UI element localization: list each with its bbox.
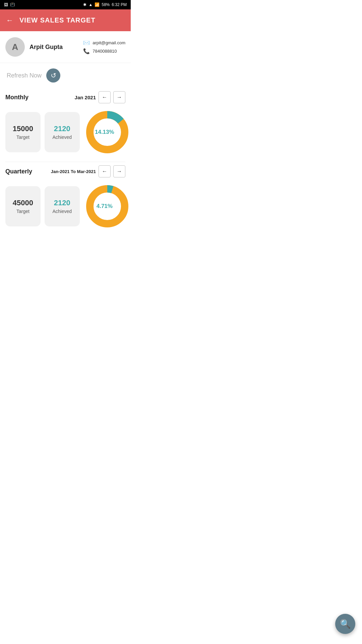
monthly-achieved-value: 2120 (54, 124, 70, 133)
quarterly-percent-label: 4.71% (97, 203, 113, 210)
quarterly-period: Jan-2021 To Mar-2021 (51, 169, 96, 174)
refresh-button[interactable]: ↻ (46, 68, 60, 83)
photo-icon: 🖼 (4, 2, 8, 7)
monthly-donut-chart: 14.13% (84, 109, 125, 156)
phone-row: 📞 7840088810 (83, 48, 125, 54)
page-header: ← VIEW SALES TARGET (0, 9, 131, 31)
status-right: ✱ ▲ 📶 58% 6:32 PM (83, 2, 127, 7)
notification-icon: 📳 (10, 2, 15, 7)
user-info-section: A Arpit Gupta ✉️ arpit@gmail.com 📞 78400… (0, 31, 131, 63)
monthly-period-nav: Jan 2021 ← → (75, 91, 125, 103)
quarterly-title: Quarterly (5, 168, 32, 175)
quarterly-target-label: Target (16, 209, 29, 214)
email-row: ✉️ arpit@gmail.com (83, 40, 125, 46)
quarterly-target-card: 45000 Target (5, 186, 41, 226)
refresh-label: Refresh Now (7, 72, 42, 79)
quarterly-achieved-label: Achieved (52, 209, 72, 214)
quarterly-stats-row: 45000 Target 2120 Achieved 4.71% (0, 179, 131, 236)
wifi-icon: ▲ (88, 2, 93, 7)
user-name: Arpit Gupta (29, 44, 63, 51)
monthly-period: Jan 2021 (75, 95, 96, 100)
refresh-section: Refresh Now ↻ (0, 63, 131, 88)
monthly-achieved-label: Achieved (52, 135, 72, 140)
monthly-achieved-card: 2120 Achieved (45, 112, 80, 152)
status-left: 🖼 📳 (4, 2, 15, 7)
status-bar: 🖼 📳 ✱ ▲ 📶 58% 6:32 PM (0, 0, 131, 9)
back-button[interactable]: ← (6, 16, 13, 25)
monthly-section-header: Monthly Jan 2021 ← → (0, 88, 131, 105)
clock: 6:32 PM (112, 2, 127, 7)
monthly-stats-row: 15000 Target 2120 Achieved 14.13% (0, 105, 131, 162)
user-contact: ✉️ arpit@gmail.com 📞 7840088810 (83, 40, 125, 54)
refresh-icon: ↻ (51, 71, 56, 79)
monthly-prev-button[interactable]: ← (99, 91, 111, 103)
battery-level: 58% (102, 2, 110, 7)
monthly-next-button[interactable]: → (113, 91, 125, 103)
quarterly-achieved-value: 2120 (54, 199, 70, 207)
avatar: A (5, 37, 25, 57)
phone-icon: 📞 (83, 48, 90, 54)
page-title: VIEW SALES TARGET (19, 16, 96, 24)
monthly-percent-label: 14.13% (95, 129, 114, 136)
quarterly-prev-button[interactable]: ← (99, 165, 111, 177)
quarterly-next-button[interactable]: → (113, 165, 125, 177)
quarterly-target-value: 45000 (13, 199, 33, 207)
monthly-target-value: 15000 (13, 124, 33, 133)
quarterly-donut-chart: 4.71% (84, 183, 125, 230)
phone-value: 7840088810 (93, 49, 117, 54)
signal-icon: 📶 (95, 2, 100, 7)
quarterly-period-nav: Jan-2021 To Mar-2021 ← → (51, 165, 125, 177)
monthly-target-card: 15000 Target (5, 112, 41, 152)
quarterly-achieved-card: 2120 Achieved (45, 186, 80, 226)
bluetooth-icon: ✱ (83, 2, 86, 7)
monthly-target-label: Target (16, 135, 29, 140)
email-icon: ✉️ (83, 40, 90, 46)
email-value: arpit@gmail.com (93, 40, 125, 45)
monthly-title: Monthly (5, 94, 28, 101)
quarterly-section-header: Quarterly Jan-2021 To Mar-2021 ← → (0, 162, 131, 179)
